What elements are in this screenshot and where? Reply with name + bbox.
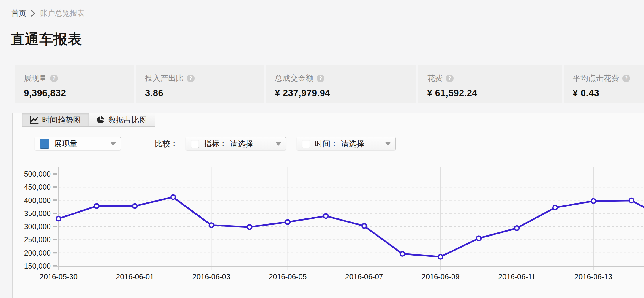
y-axis-tick-label: 150,000	[24, 262, 51, 270]
kpi-value: ¥ 0.43	[573, 88, 644, 99]
data-point[interactable]	[133, 204, 137, 208]
page-title: 直通车报表	[11, 30, 82, 49]
trend-line-chart[interactable]: 2016-05-302016-06-012016-06-032016-06-05…	[18, 165, 644, 297]
data-point[interactable]	[285, 220, 290, 224]
indicator-checkbox[interactable]	[191, 140, 199, 148]
x-axis-tick-label: 2016-06-13	[574, 272, 612, 281]
kpi-card-avg-click-cost: 平均点击花费? ¥ 0.43	[564, 65, 644, 103]
chevron-down-icon	[110, 142, 116, 146]
x-axis-tick-label: 2016-06-09	[422, 272, 460, 281]
x-axis-tick-label: 2016-06-01	[116, 272, 154, 281]
report-panel: 时间趋势图 数据占比图 展现量 比较： 指标：请选择 时间：请选择	[12, 113, 644, 298]
data-point[interactable]	[591, 199, 596, 203]
kpi-label: 平均点击花费	[573, 73, 619, 83]
data-point[interactable]	[247, 225, 252, 229]
indicator-prefix: 指标：	[204, 139, 227, 148]
help-icon[interactable]: ?	[187, 74, 195, 82]
tab-label: 时间趋势图	[42, 115, 81, 125]
trend-line-icon	[30, 116, 39, 124]
y-axis-tick-label: 200,000	[24, 249, 51, 257]
data-point[interactable]	[400, 252, 405, 256]
kpi-value: 9,396,832	[24, 88, 134, 99]
y-axis-tick-label: 250,000	[24, 235, 51, 244]
data-point[interactable]	[553, 205, 557, 210]
y-axis-tick-label: 450,000	[24, 183, 51, 191]
kpi-value: 3.86	[145, 88, 264, 99]
time-placeholder: 请选择	[341, 139, 364, 148]
metric-selected-value: 展现量	[54, 139, 77, 149]
data-point[interactable]	[476, 236, 481, 241]
kpi-label: 展现量	[24, 73, 47, 83]
data-point[interactable]	[515, 226, 519, 230]
data-point[interactable]	[94, 204, 99, 208]
kpi-card-total-transaction: 总成交金额? ¥ 237,979.94	[266, 65, 416, 103]
x-axis-tick-label: 2016-05-30	[40, 272, 78, 281]
chevron-down-icon	[275, 142, 282, 146]
chart-tabs: 时间趋势图 数据占比图	[22, 113, 155, 127]
kpi-card-cost: 花费? ¥ 61,592.24	[418, 65, 562, 103]
kpi-label: 总成交金额	[275, 73, 313, 83]
breadcrumb-home-link[interactable]: 首页	[11, 8, 26, 18]
data-point[interactable]	[209, 223, 214, 227]
help-icon[interactable]: ?	[50, 74, 58, 82]
kpi-card-roi: 投入产出比? 3.86	[136, 65, 264, 103]
metric-select-dropdown[interactable]: 展现量	[35, 137, 121, 150]
data-point[interactable]	[56, 216, 61, 221]
tab-time-trend[interactable]: 时间趋势图	[22, 113, 89, 127]
data-point[interactable]	[362, 224, 366, 228]
y-axis-tick-label: 300,000	[24, 222, 51, 231]
chart-filter-row: 展现量 比较： 指标：请选择 时间：请选择	[35, 137, 396, 150]
time-prefix: 时间：	[315, 139, 338, 148]
help-icon[interactable]: ?	[446, 74, 454, 82]
breadcrumb-current: 账户总览报表	[40, 8, 85, 18]
y-axis-tick-label: 350,000	[24, 209, 51, 218]
tab-label: 数据占比图	[108, 115, 147, 125]
tab-data-proportion[interactable]: 数据占比图	[89, 113, 155, 127]
kpi-label: 花费	[427, 73, 443, 83]
y-axis-tick-label: 400,000	[24, 196, 51, 205]
data-point[interactable]	[629, 198, 634, 203]
help-icon[interactable]: ?	[317, 74, 324, 82]
compare-label: 比较：	[155, 139, 178, 149]
compare-indicator-dropdown[interactable]: 指标：请选择	[186, 137, 286, 150]
data-point[interactable]	[438, 255, 443, 259]
series-color-swatch	[40, 139, 49, 149]
kpi-card-impressions: 展现量? 9,396,832	[15, 65, 134, 103]
kpi-label: 投入产出比	[145, 73, 184, 83]
x-axis-tick-label: 2016-06-05	[269, 272, 307, 281]
x-axis-tick-label: 2016-06-07	[345, 272, 383, 281]
data-point[interactable]	[171, 195, 175, 199]
chevron-down-icon	[385, 142, 391, 146]
x-axis-tick-label: 2016-06-03	[192, 272, 230, 281]
indicator-placeholder: 请选择	[230, 139, 253, 148]
y-axis-tick-label: 500,000	[24, 170, 51, 178]
kpi-value: ¥ 61,592.24	[427, 88, 562, 99]
pie-chart-icon	[97, 116, 105, 124]
kpi-value: ¥ 237,979.94	[275, 88, 416, 99]
kpi-row: 展现量? 9,396,832 投入产出比? 3.86 总成交金额? ¥ 237,…	[15, 65, 644, 103]
time-checkbox[interactable]	[302, 140, 310, 148]
help-icon[interactable]: ?	[622, 74, 630, 82]
chevron-right-icon	[31, 10, 35, 17]
x-axis-tick-label: 2016-06-11	[498, 272, 536, 281]
breadcrumb: 首页 账户总览报表	[11, 8, 85, 18]
compare-time-dropdown[interactable]: 时间：请选择	[297, 137, 396, 150]
data-point[interactable]	[324, 214, 328, 218]
